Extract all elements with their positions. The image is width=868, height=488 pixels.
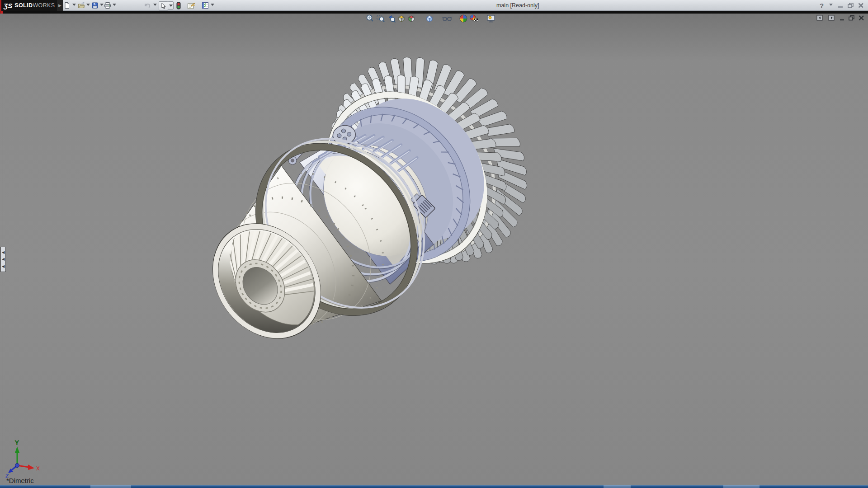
view-orientation-label: *Dimetric [6,477,34,484]
close-icon [858,15,865,21]
open-button[interactable] [77,1,85,9]
hide-show-items-icon [442,14,452,23]
logo-red-strip [0,0,1,11]
undo-dropdown[interactable] [153,4,157,6]
help-button[interactable]: ? [820,0,824,11]
new-document-button[interactable] [63,1,71,9]
restore-icon [847,2,854,9]
zoom-to-fit-button[interactable] [365,14,374,23]
doc-close-button[interactable] [858,15,865,21]
zoom-to-fit-icon [365,14,374,23]
edit-appearance-button[interactable] [459,14,468,23]
view-orientation-button[interactable] [407,14,416,23]
logo-mark: ƷS [4,2,12,9]
status-bar-segment [604,485,631,488]
logo-text-bold: SOLID [14,2,33,9]
3d-model-jet-engine[interactable]: Y X Z [0,14,868,485]
print-icon [104,2,111,9]
feature-panel-collapse-tab[interactable]: ◀ ◀ ◀ [0,247,6,272]
traffic-light-button[interactable] [175,1,183,9]
minimize-icon [839,15,845,21]
new-document-icon [63,2,71,9]
section-view-icon [397,14,406,23]
view-settings-button[interactable] [486,14,495,23]
collapse-arrow-icon: ◀ [2,258,5,261]
graphics-viewport[interactable]: Y X Z [0,14,868,485]
triad-x-label: X [36,465,40,472]
previous-window-icon [816,15,823,21]
next-window-icon [828,15,835,21]
status-bar-segment [90,485,131,488]
app-minimize-button[interactable] [837,0,844,11]
reference-triad: Y X Z [5,439,40,479]
undo-icon [143,2,151,9]
minimize-icon [837,2,844,9]
status-bar-segment [723,485,760,488]
new-document-dropdown[interactable] [72,4,76,6]
doc-restore-button[interactable] [848,15,855,21]
comment-markup-icon [187,2,195,9]
previous-view-button[interactable] [387,14,396,23]
open-dropdown[interactable] [86,4,90,6]
save-button[interactable] [91,1,99,9]
help-icon: ? [820,2,824,9]
close-icon [858,2,864,9]
collapse-arrow-icon: ◀ [2,265,5,268]
zoom-to-area-button[interactable] [376,14,385,23]
view-settings-icon [486,14,495,23]
solidworks-logo: ƷS SOLIDWORKS [0,0,57,11]
save-icon [91,2,99,9]
hide-show-items-button[interactable] [442,14,451,23]
doc-minimize-button[interactable] [839,15,846,21]
previous-view-icon [387,14,396,23]
print-dropdown[interactable] [113,4,116,6]
display-style-icon [425,14,434,23]
section-view-button[interactable] [397,14,406,23]
print-button[interactable] [104,1,112,9]
model-root[interactable] [162,19,567,399]
undo-button[interactable] [143,1,151,9]
restore-icon [848,15,855,21]
app-close-button[interactable] [858,0,864,11]
comment-markup-button[interactable] [187,1,195,9]
checklist-options-button[interactable] [201,1,209,9]
logo-flyout-arrow[interactable]: ▶ [57,0,63,11]
edit-appearance-icon [459,14,468,23]
collapse-arrow-icon: ◀ [2,251,5,254]
checklist-options-dropdown[interactable] [211,4,214,6]
triad-y-label: Y [15,439,19,446]
select-tool-button[interactable] [159,1,168,10]
next-window-button[interactable] [828,15,835,21]
save-dropdown[interactable] [100,4,104,6]
select-cursor-icon [160,3,167,9]
logo-text-light: WORKS [33,2,55,9]
document-title: main [Read-only] [496,2,539,9]
apply-scene-icon [469,14,478,23]
zoom-to-area-icon [376,14,385,23]
open-icon [78,2,85,9]
previous-window-button[interactable] [816,15,823,21]
checklist-options-icon [202,2,209,9]
titlebar: ƷS SOLIDWORKS ▶ [0,0,868,11]
apply-scene-button[interactable] [469,14,478,23]
traffic-light-icon [176,2,181,9]
display-style-button[interactable] [425,14,434,23]
select-tool-dropdown[interactable] [168,1,174,9]
view-orientation-icon [407,14,416,23]
app-restore-button[interactable] [847,0,854,11]
help-dropdown[interactable] [829,4,833,6]
solidworks-window: { "window": { "title": "main [Read-only]… [0,0,868,488]
